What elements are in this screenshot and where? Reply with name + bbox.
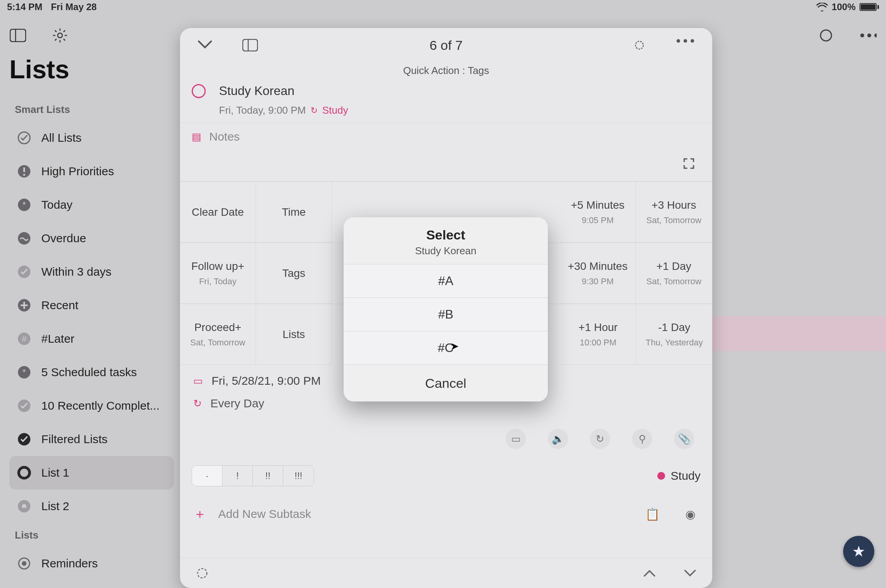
location-icon[interactable]: ⚲ — [632, 429, 652, 449]
calendar-icon[interactable]: ▭ — [506, 429, 526, 449]
add-subtask-label: Add New Subtask — [218, 507, 311, 521]
sheet-option-b[interactable]: #B — [344, 298, 548, 331]
quick-action-label: Quick Action : Tags — [180, 65, 712, 77]
svg-point-39 — [677, 39, 680, 43]
plus-icon: ＋ — [193, 505, 206, 523]
svg-point-38 — [635, 41, 643, 49]
action-sheet: Select Study Korean #A #B #C Cancel — [344, 217, 548, 401]
fab-star[interactable]: ★ — [843, 536, 874, 567]
sheet-cancel[interactable]: Cancel — [344, 365, 548, 401]
qa-clear-date[interactable]: Clear Date — [180, 182, 256, 243]
notes-row[interactable]: ▤ Notes — [180, 123, 712, 150]
sheet-subtitle: Study Korean — [351, 245, 540, 257]
qa-lists[interactable]: Lists — [256, 304, 332, 365]
record-icon[interactable]: ◉ — [682, 505, 699, 523]
qa-follow-up[interactable]: Follow up+Fri, Today — [180, 243, 256, 304]
priority-segmented[interactable]: · ! !! !!! — [192, 465, 314, 486]
qa-plus-30min[interactable]: +30 Minutes9:30 PM — [560, 243, 636, 304]
chevron-down-icon[interactable] — [683, 569, 697, 577]
layout-icon[interactable] — [242, 39, 258, 51]
svg-point-42 — [198, 569, 207, 578]
clipboard-icon[interactable]: 📋 — [644, 505, 661, 523]
qa-proceed[interactable]: Proceed+Sat, Tomorrow — [180, 304, 256, 365]
sync-icon[interactable] — [196, 567, 209, 580]
qa-plus-3h[interactable]: +3 HoursSat, Tomorrow — [636, 182, 712, 243]
due-list: Study — [322, 104, 348, 116]
priority-none[interactable]: · — [192, 466, 222, 486]
meta-icons: ▭ 🔈 ↻ ⚲ 📎 — [180, 419, 712, 458]
subtask-row[interactable]: ＋ Add New Subtask 📋 ◉ — [180, 493, 712, 535]
sheet-option-a[interactable]: #A — [344, 264, 548, 298]
target-icon[interactable] — [633, 39, 646, 52]
svg-point-41 — [691, 39, 694, 43]
schedule-date: Fri, 5/28/21, 9:00 PM — [212, 374, 321, 387]
speaker-icon[interactable]: 🔈 — [548, 429, 568, 449]
svg-point-40 — [684, 39, 687, 43]
list-color-dot — [657, 472, 665, 480]
task-title[interactable]: Study Korean — [219, 84, 295, 98]
list-pill[interactable]: Study — [657, 469, 701, 482]
qa-plus-1h[interactable]: +1 Hour10:00 PM — [560, 304, 636, 365]
star-icon: ★ — [852, 543, 865, 560]
refresh-icon[interactable]: ↻ — [590, 429, 610, 449]
chevron-up-icon[interactable] — [643, 569, 656, 577]
priority-3[interactable]: !!! — [283, 466, 314, 486]
qa-minus-1day[interactable]: -1 DayThu, Yesterday — [636, 304, 712, 365]
qa-tags[interactable]: Tags — [256, 243, 332, 304]
due-text: Fri, Today, 9:00 PM — [219, 104, 306, 116]
more-icon[interactable] — [676, 39, 695, 52]
attachment-icon[interactable]: 📎 — [674, 429, 694, 449]
repeat-text: Every Day — [210, 397, 264, 410]
qa-plus-1day[interactable]: +1 DaySat, Tomorrow — [636, 243, 712, 304]
list-name: Study — [671, 469, 701, 482]
priority-row: · ! !! !!! Study — [180, 458, 712, 493]
sheet-title: Select — [351, 227, 540, 243]
notes-label: Notes — [209, 130, 240, 143]
svg-rect-36 — [243, 39, 258, 51]
qa-plus-5min[interactable]: +5 Minutes9:05 PM — [560, 182, 636, 243]
sheet-option-c[interactable]: #C — [344, 331, 548, 365]
repeat-icon: ↻ — [311, 106, 318, 116]
task-complete-toggle[interactable] — [192, 84, 206, 98]
repeat-icon: ↻ — [193, 398, 202, 410]
calendar-icon: ▭ — [193, 375, 203, 387]
expand-icon[interactable] — [683, 157, 695, 170]
priority-2[interactable]: !! — [253, 466, 283, 486]
qa-time[interactable]: Time — [256, 182, 332, 243]
card-footer — [180, 558, 712, 588]
priority-1[interactable]: ! — [222, 466, 253, 486]
card-toolbar: 6 of 7 — [180, 28, 712, 62]
chevron-down-icon[interactable] — [197, 39, 213, 51]
notes-icon: ▤ — [192, 131, 201, 143]
